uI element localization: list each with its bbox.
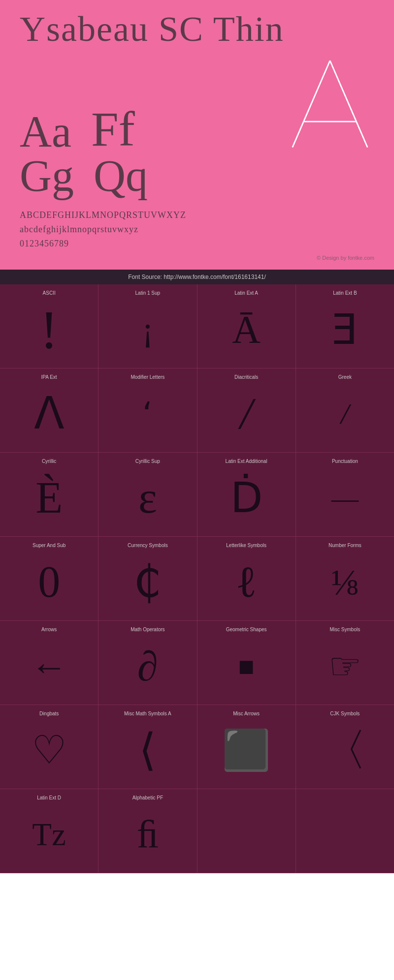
cell-miscmatha: Misc Math Symbols A ⟨ <box>98 705 197 789</box>
glyph-greek: / <box>341 384 349 444</box>
glyph-ipaext: Ʌ <box>34 384 65 444</box>
label-punctuation: Punctuation <box>332 459 358 464</box>
glyph-modifier: ʻ <box>142 384 153 444</box>
cell-miscsymbols: Misc Symbols ☞ <box>296 621 394 704</box>
cell-dingbats: Dingbats ♡ <box>0 705 98 789</box>
label-latin1sup: Latin 1 Sup <box>135 290 161 296</box>
cell-currency: Currency Symbols ₵ <box>98 537 197 620</box>
cell-modifier: Modifier Letters ʻ <box>98 368 197 452</box>
glyph-numberforms: ⅛ <box>331 552 359 612</box>
label-cjksymbols: CJK Symbols <box>330 711 360 716</box>
cell-miscarrows: Misc Arrows ⬛ <box>197 705 296 789</box>
glyph-cyrillic: È <box>35 468 63 528</box>
grid-row-6: Dingbats ♡ Misc Math Symbols A ⟨ Misc Ar… <box>0 705 394 789</box>
cell-ascii: ASCII ! <box>0 284 98 368</box>
cell-alphabeticpf: Alphabetic PF ﬁ <box>98 789 197 873</box>
cell-punctuation: Punctuation — <box>296 453 394 536</box>
cell-geoshapes: Geometric Shapes ■ <box>197 621 296 704</box>
label-miscarrows: Misc Arrows <box>233 711 260 716</box>
label-latinextb: Latin Ext B <box>333 290 357 296</box>
glyph-latinexta: Ā <box>232 300 261 360</box>
cell-greek: Greek / <box>296 368 394 452</box>
cell-latinextadd: Latin Ext Additional Ḋ <box>197 453 296 536</box>
cell-latinextb: Latin Ext B Ǝ <box>296 284 394 368</box>
grid-row-1: ASCII ! Latin 1 Sup ¡ Latin Ext A Ā Lati… <box>0 284 394 368</box>
label-cyrillicsup: Cyrillic Sup <box>135 459 160 464</box>
cell-empty-2 <box>296 789 394 873</box>
label-modifier: Modifier Letters <box>131 374 164 380</box>
hero-glyphs-row1: Aa Ff <box>20 54 374 154</box>
cell-numberforms: Number Forms ⅛ <box>296 537 394 620</box>
glyph-superandsub: 0 <box>38 552 60 612</box>
cell-empty-1 <box>197 789 296 873</box>
label-mathops: Math Operators <box>131 627 164 632</box>
glyph-punctuation: — <box>331 468 359 528</box>
label-letterlike: Letterlike Symbols <box>226 543 266 548</box>
cell-ipaext: IPA Ext Ʌ <box>0 368 98 452</box>
glyph-miscsymbols: ☞ <box>328 636 361 697</box>
cell-latinextd: Latin Ext D Tz <box>0 789 98 873</box>
font-source: Font Source: http://www.fontke.com/font/… <box>128 274 266 280</box>
hero-section: Ysabeau SC Thin Aa Ff Gg Qq ABCDEFGHIJKL… <box>0 0 394 270</box>
glyph-grid: ASCII ! Latin 1 Sup ¡ Latin Ext A Ā Lati… <box>0 284 394 873</box>
cell-cyrillic: Cyrillic È <box>0 453 98 536</box>
glyph-letterlike: ℓ <box>236 552 257 612</box>
glyph-cjksymbols: 〈 <box>323 720 367 781</box>
cell-arrows: Arrows ← <box>0 621 98 704</box>
cell-superandsub: Super And Sub 0 <box>0 537 98 620</box>
glyph-ascii: ! <box>40 300 58 360</box>
hero-glyphs-row2: Gg Qq <box>20 154 374 198</box>
label-latinextd: Latin Ext D <box>37 795 61 800</box>
label-greek: Greek <box>338 374 352 380</box>
label-arrows: Arrows <box>41 627 57 632</box>
label-dingbats: Dingbats <box>39 711 59 716</box>
copyright-text: © Design by fontke.com <box>317 255 374 261</box>
glyph-diacriticals: / <box>240 384 253 444</box>
grid-row-3: Cyrillic È Cyrillic Sup ε Latin Ext Addi… <box>0 453 394 537</box>
glyph-latinextadd: Ḋ <box>230 468 263 528</box>
cell-letterlike: Letterlike Symbols ℓ <box>197 537 296 620</box>
cell-latin1sup: Latin 1 Sup ¡ <box>98 284 197 368</box>
glyph-currency: ₵ <box>133 552 162 612</box>
alphabet-display: ABCDEFGHIJKLMNOPQRSTUVWXYZ abcdefghijklm… <box>20 208 374 250</box>
grid-row-4: Super And Sub 0 Currency Symbols ₵ Lette… <box>0 537 394 621</box>
label-superandsub: Super And Sub <box>33 543 66 548</box>
glyph-dingbats: ♡ <box>32 720 67 781</box>
glyph-miscmatha: ⟨ <box>139 720 156 781</box>
label-ascii: ASCII <box>43 290 56 296</box>
glyph-aa: Aa <box>20 110 71 154</box>
label-miscsymbols: Misc Symbols <box>330 627 361 632</box>
label-currency: Currency Symbols <box>128 543 168 548</box>
cell-mathops: Math Operators ∂ <box>98 621 197 704</box>
label-numberforms: Number Forms <box>328 543 361 548</box>
cell-cjksymbols: CJK Symbols 〈 <box>296 705 394 789</box>
label-ipaext: IPA Ext <box>41 374 57 380</box>
alphabet-upper: ABCDEFGHIJKLMNOPQRSTUVWXYZ <box>20 208 374 222</box>
grid-row-2: IPA Ext Ʌ Modifier Letters ʻ Diacritical… <box>0 368 394 453</box>
cell-cyrillicsup: Cyrillic Sup ε <box>98 453 197 536</box>
glyph-qq: Qq <box>94 154 148 198</box>
label-miscmatha: Misc Math Symbols A <box>124 711 171 716</box>
glyph-gg: Gg <box>20 154 74 198</box>
hero-footer: © Design by fontke.com <box>20 255 374 265</box>
glyph-latinextb: Ǝ <box>331 300 358 360</box>
glyph-mathops: ∂ <box>137 636 158 697</box>
label-latinexta: Latin Ext A <box>234 290 258 296</box>
glyph-a-outline <box>286 54 374 154</box>
label-alphabeticpf: Alphabetic PF <box>132 795 163 800</box>
glyph-latin1sup: ¡ <box>142 300 153 360</box>
grid-row-7: Latin Ext D Tz Alphabetic PF ﬁ <box>0 789 394 873</box>
glyph-alphabeticpf: ﬁ <box>137 804 159 865</box>
glyph-geoshapes: ■ <box>238 636 255 697</box>
glyph-miscarrows: ⬛ <box>222 720 271 781</box>
alphabet-lower: abcdefghijklmnopqrstuvwxyz <box>20 222 374 237</box>
glyph-arrows: ← <box>31 636 67 697</box>
font-title: Ysabeau SC Thin <box>20 10 374 49</box>
label-cyrillic: Cyrillic <box>42 459 56 464</box>
label-latinextadd: Latin Ext Additional <box>226 459 267 464</box>
glyph-latinextd: Tz <box>32 804 66 865</box>
grid-row-5: Arrows ← Math Operators ∂ Geometric Shap… <box>0 621 394 705</box>
glyph-ff: Ff <box>91 105 135 154</box>
info-bar: Font Source: http://www.fontke.com/font/… <box>0 270 394 284</box>
digits: 0123456789 <box>20 237 374 251</box>
